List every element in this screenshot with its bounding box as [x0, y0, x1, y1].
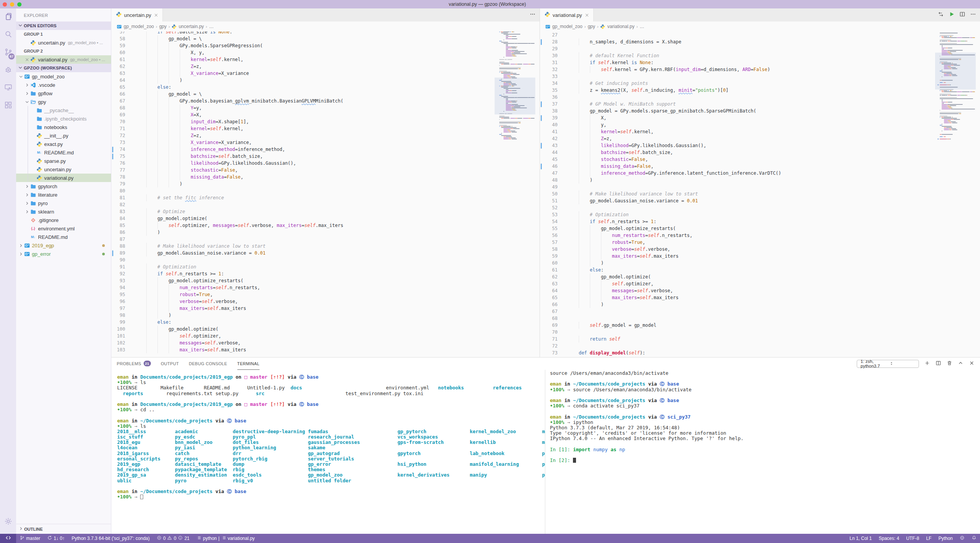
- more-icon[interactable]: [970, 11, 976, 19]
- activitybar-source-control[interactable]: 67: [0, 44, 16, 61]
- minimap[interactable]: [495, 31, 535, 140]
- indent-guide: [590, 294, 590, 301]
- open-editors-header[interactable]: OPEN EDITORS: [16, 22, 111, 30]
- tree-item-gpflow[interactable]: gpflow: [16, 89, 111, 98]
- terminal-line: •100% → ls: [117, 424, 545, 429]
- panel-tab-terminal[interactable]: TERMINAL: [237, 358, 260, 370]
- tree-item-.gitignore[interactable]: .gitignore: [16, 216, 111, 224]
- activitybar-explorer[interactable]: [0, 8, 16, 26]
- indent-guide: [157, 346, 158, 353]
- activitybar-search[interactable]: [0, 26, 16, 44]
- tree-item-__pycache__[interactable]: __pycache__: [16, 106, 111, 114]
- statusbar-feedback[interactable]: [956, 534, 968, 543]
- statusbar-python-interpreter[interactable]: Python 3.7.3 64-bit ('sci_py37': conda): [68, 534, 153, 543]
- activitybar-remote[interactable]: [0, 79, 16, 97]
- tree-item-environment.yml[interactable]: {..}environment.yml: [16, 224, 111, 233]
- outline-section[interactable]: OUTLINE: [16, 524, 111, 534]
- window-minimize-button[interactable]: [10, 2, 14, 7]
- close-icon[interactable]: [24, 56, 30, 63]
- diff-icon[interactable]: [938, 11, 944, 19]
- minimap-slider[interactable]: [935, 53, 976, 89]
- statusbar-git-sync[interactable]: 1↓ 0↑: [44, 534, 68, 543]
- tab-variational.py[interactable]: variational.py: [540, 8, 594, 22]
- tree-item-gp_model_zoo[interactable]: gp_model_zoo: [16, 72, 111, 81]
- breadcrumb[interactable]: gp_model_zoo›gpy›variational.py›…: [540, 22, 980, 31]
- tree-item-.vscode[interactable]: .vscode: [16, 81, 111, 89]
- terminal-pane-2[interactable]: source /Users/eman/anaconda3/bin/activat…: [545, 370, 980, 534]
- statusbar-notifications[interactable]: [968, 534, 980, 543]
- play-icon[interactable]: [949, 11, 955, 19]
- more-icon[interactable]: [530, 11, 536, 19]
- tree-item-sparse.py[interactable]: sparse.py: [16, 157, 111, 165]
- tree-item-README.md[interactable]: M↓README.md: [16, 148, 111, 157]
- panel-tab-problems[interactable]: PROBLEMS21: [117, 358, 151, 370]
- breadcrumb-item[interactable]: uncertain.py: [179, 24, 204, 29]
- window-zoom-button[interactable]: [17, 2, 22, 7]
- statusbar-remote-indicator[interactable]: [0, 534, 16, 543]
- close-panel-button[interactable]: [969, 360, 975, 368]
- tree-item-README.md[interactable]: M↓README.md: [16, 233, 111, 241]
- statusbar-language-mode[interactable]: Python: [935, 534, 956, 543]
- terminal-line: eman in Documents/code_projects/2019_egp…: [117, 374, 545, 380]
- statusbar-cursor-position[interactable]: Ln 1, Col 1: [846, 534, 875, 543]
- tree-item-pyro[interactable]: pyro: [16, 199, 111, 207]
- workspace-header[interactable]: GPZOO (WORKSPACE): [16, 64, 111, 72]
- activitybar-extensions[interactable]: [0, 97, 16, 114]
- code-line: 89 gp_model.Gaussian_noise.variance = 0.…: [111, 250, 540, 257]
- close-icon[interactable]: [584, 13, 589, 18]
- terminal-line: 2018_igarss catch drr gp_autograd gpytor…: [117, 451, 545, 456]
- tree-item-notebooks[interactable]: notebooks: [16, 123, 111, 131]
- tree-item-gp_error[interactable]: gp_error: [16, 250, 111, 258]
- tree-item-__init__.py[interactable]: __init__.py: [16, 131, 111, 140]
- code-line: 31 if self.kernel is None:: [540, 59, 980, 66]
- folder-icon: [36, 124, 42, 130]
- window-close-button[interactable]: [3, 2, 7, 7]
- editor-content[interactable]: 57 if self.batch_size is None:58 gp_mode…: [111, 31, 540, 357]
- breadcrumb-item[interactable]: gp_model_zoo: [552, 24, 583, 29]
- activitybar-settings[interactable]: [0, 513, 16, 531]
- breadcrumb-item[interactable]: …: [640, 24, 644, 29]
- editor-content[interactable]: 2728 n_samples, d_dimensions = X.shape29…: [540, 31, 980, 357]
- tree-item-2019_egp[interactable]: 2019_egp: [16, 241, 111, 250]
- tree-item-exact.py[interactable]: exact.py: [16, 140, 111, 148]
- breadcrumb[interactable]: gp_model_zoo›gpy›uncertain.py›…: [111, 22, 540, 31]
- panel-tab-debug-console[interactable]: DEBUG CONSOLE: [189, 358, 227, 370]
- statusbar-problems-summary[interactable]: 0021: [153, 534, 193, 543]
- breadcrumb-item[interactable]: variational.py: [607, 24, 634, 29]
- breadcrumb-item[interactable]: …: [209, 24, 214, 29]
- statusbar-git-branch[interactable]: master: [16, 534, 44, 543]
- code-line: 28 n_samples, d_dimensions = X.shape: [540, 38, 980, 45]
- activitybar-debug[interactable]: [0, 61, 16, 79]
- tree-item-uncertain.py[interactable]: uncertain.py: [16, 165, 111, 174]
- close-icon[interactable]: [154, 13, 159, 18]
- minimap[interactable]: [935, 31, 976, 140]
- indent-guide: [157, 98, 158, 104]
- statusbar-eol[interactable]: LF: [923, 534, 935, 543]
- panel-tab-output[interactable]: OUTPUT: [161, 358, 179, 370]
- open-editor-item[interactable]: variational.pygp_model_zoo • ...: [16, 55, 111, 64]
- terminal-picker-dropdown[interactable]: 1: zsh, python3.7: [857, 360, 919, 368]
- new-terminal-button[interactable]: [924, 360, 930, 368]
- window-controls[interactable]: [3, 2, 22, 7]
- tab-uncertain.py[interactable]: uncertain.py: [111, 8, 163, 22]
- maximize-panel-button[interactable]: [958, 360, 963, 368]
- terminal-pane-1[interactable]: eman in Documents/code_projects/2019_egp…: [111, 370, 545, 534]
- statusbar-linter-status[interactable]: python | variational.py: [193, 534, 258, 543]
- breadcrumb-item[interactable]: gpy: [588, 24, 595, 29]
- kill-terminal-button[interactable]: [947, 360, 952, 368]
- tree-item-variational.py[interactable]: variational.py: [16, 174, 111, 182]
- tree-item-gpytorch[interactable]: gpytorch: [16, 182, 111, 190]
- tree-item-.ipynb_checkpoints[interactable]: .ipynb_checkpoints: [16, 114, 111, 123]
- tree-item-gpy[interactable]: gpy: [16, 98, 111, 106]
- split-icon[interactable]: [959, 11, 965, 19]
- statusbar-indentation[interactable]: Spaces: 4: [875, 534, 902, 543]
- minimap-slider[interactable]: [495, 78, 535, 114]
- breadcrumb-item[interactable]: gpy: [159, 24, 166, 29]
- statusbar-encoding[interactable]: UTF-8: [903, 534, 923, 543]
- open-editor-item[interactable]: uncertain.pygp_model_zoo • ...: [16, 38, 111, 47]
- folder-icon: [30, 90, 36, 96]
- tree-item-sklearn[interactable]: sklearn: [16, 207, 111, 216]
- breadcrumb-item[interactable]: gp_model_zoo: [124, 24, 154, 29]
- tree-item-literature[interactable]: literature: [16, 190, 111, 199]
- split-terminal-button[interactable]: [935, 360, 941, 368]
